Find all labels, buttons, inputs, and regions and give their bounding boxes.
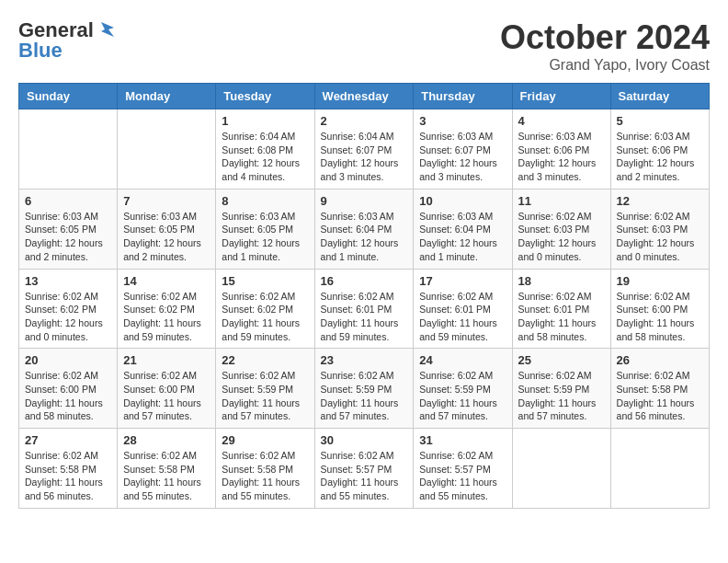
day-info: Sunrise: 6:02 AM Sunset: 6:01 PM Dayligh… <box>518 290 605 344</box>
calendar-cell: 22Sunrise: 6:02 AM Sunset: 5:59 PM Dayli… <box>216 349 314 429</box>
calendar-cell: 17Sunrise: 6:02 AM Sunset: 6:01 PM Dayli… <box>414 269 512 349</box>
day-number: 28 <box>123 433 210 447</box>
day-info: Sunrise: 6:03 AM Sunset: 6:07 PM Dayligh… <box>419 130 506 184</box>
weekday-header-tuesday: Tuesday <box>216 84 314 109</box>
day-info: Sunrise: 6:03 AM Sunset: 6:06 PM Dayligh… <box>617 130 703 184</box>
calendar-cell: 25Sunrise: 6:02 AM Sunset: 5:59 PM Dayli… <box>512 349 610 429</box>
day-number: 12 <box>617 194 703 208</box>
day-info: Sunrise: 6:04 AM Sunset: 6:08 PM Dayligh… <box>222 130 308 184</box>
calendar-cell: 18Sunrise: 6:02 AM Sunset: 6:01 PM Dayli… <box>512 269 610 349</box>
calendar-cell: 3Sunrise: 6:03 AM Sunset: 6:07 PM Daylig… <box>414 109 512 190</box>
day-number: 21 <box>123 353 210 367</box>
day-number: 18 <box>518 274 605 288</box>
day-number: 14 <box>123 274 210 288</box>
day-number: 9 <box>321 194 408 208</box>
calendar-cell: 23Sunrise: 6:02 AM Sunset: 5:59 PM Dayli… <box>314 349 414 429</box>
calendar-cell <box>610 429 709 509</box>
day-info: Sunrise: 6:02 AM Sunset: 5:58 PM Dayligh… <box>25 449 111 503</box>
calendar-cell: 4Sunrise: 6:03 AM Sunset: 6:06 PM Daylig… <box>512 109 610 190</box>
day-number: 15 <box>222 274 308 288</box>
day-number: 27 <box>25 433 111 447</box>
calendar-cell: 5Sunrise: 6:03 AM Sunset: 6:06 PM Daylig… <box>610 109 709 190</box>
day-info: Sunrise: 6:02 AM Sunset: 6:02 PM Dayligh… <box>123 290 210 344</box>
day-number: 16 <box>321 274 408 288</box>
day-number: 24 <box>419 353 506 367</box>
day-number: 1 <box>222 114 308 128</box>
calendar-week-row: 1Sunrise: 6:04 AM Sunset: 6:08 PM Daylig… <box>19 109 710 190</box>
calendar-cell: 28Sunrise: 6:02 AM Sunset: 5:58 PM Dayli… <box>118 429 216 509</box>
day-info: Sunrise: 6:02 AM Sunset: 6:00 PM Dayligh… <box>123 369 210 423</box>
calendar-cell: 8Sunrise: 6:03 AM Sunset: 6:05 PM Daylig… <box>216 189 314 269</box>
calendar-cell: 19Sunrise: 6:02 AM Sunset: 6:00 PM Dayli… <box>610 269 709 349</box>
calendar-week-row: 13Sunrise: 6:02 AM Sunset: 6:02 PM Dayli… <box>19 269 710 349</box>
month-title: October 2024 <box>500 18 710 57</box>
day-info: Sunrise: 6:02 AM Sunset: 5:59 PM Dayligh… <box>222 369 308 423</box>
logo-blue: Blue <box>18 39 63 63</box>
header: General Blue October 2024 Grand Yapo, Iv… <box>18 18 710 74</box>
day-info: Sunrise: 6:04 AM Sunset: 6:07 PM Dayligh… <box>321 130 408 184</box>
day-info: Sunrise: 6:02 AM Sunset: 6:03 PM Dayligh… <box>518 210 605 264</box>
calendar-cell: 2Sunrise: 6:04 AM Sunset: 6:07 PM Daylig… <box>314 109 414 190</box>
day-number: 3 <box>419 114 506 128</box>
day-info: Sunrise: 6:03 AM Sunset: 6:05 PM Dayligh… <box>123 210 210 264</box>
day-number: 5 <box>617 114 703 128</box>
day-info: Sunrise: 6:03 AM Sunset: 6:05 PM Dayligh… <box>25 210 111 264</box>
weekday-header-saturday: Saturday <box>610 84 709 109</box>
calendar-cell: 1Sunrise: 6:04 AM Sunset: 6:08 PM Daylig… <box>216 109 314 190</box>
day-number: 10 <box>419 194 506 208</box>
calendar-cell: 29Sunrise: 6:02 AM Sunset: 5:58 PM Dayli… <box>216 429 314 509</box>
day-info: Sunrise: 6:02 AM Sunset: 6:00 PM Dayligh… <box>617 290 703 344</box>
day-number: 25 <box>518 353 605 367</box>
weekday-header-friday: Friday <box>512 84 610 109</box>
svg-marker-0 <box>101 22 114 37</box>
day-info: Sunrise: 6:02 AM Sunset: 5:59 PM Dayligh… <box>419 369 506 423</box>
logo: General Blue <box>18 18 116 63</box>
calendar-cell: 12Sunrise: 6:02 AM Sunset: 6:03 PM Dayli… <box>610 189 709 269</box>
calendar-cell: 13Sunrise: 6:02 AM Sunset: 6:02 PM Dayli… <box>19 269 118 349</box>
day-number: 23 <box>321 353 408 367</box>
day-number: 26 <box>617 353 703 367</box>
title-section: October 2024 Grand Yapo, Ivory Coast <box>500 18 710 74</box>
calendar-cell: 27Sunrise: 6:02 AM Sunset: 5:58 PM Dayli… <box>19 429 118 509</box>
day-info: Sunrise: 6:03 AM Sunset: 6:06 PM Dayligh… <box>518 130 605 184</box>
day-number: 30 <box>321 433 408 447</box>
weekday-header-sunday: Sunday <box>19 84 118 109</box>
day-number: 6 <box>25 194 111 208</box>
calendar-cell: 30Sunrise: 6:02 AM Sunset: 5:57 PM Dayli… <box>314 429 414 509</box>
day-info: Sunrise: 6:02 AM Sunset: 5:59 PM Dayligh… <box>518 369 605 423</box>
day-info: Sunrise: 6:02 AM Sunset: 5:57 PM Dayligh… <box>419 449 506 503</box>
day-number: 11 <box>518 194 605 208</box>
calendar-cell: 16Sunrise: 6:02 AM Sunset: 6:01 PM Dayli… <box>314 269 414 349</box>
weekday-header-monday: Monday <box>118 84 216 109</box>
day-info: Sunrise: 6:03 AM Sunset: 6:05 PM Dayligh… <box>222 210 308 264</box>
calendar-cell <box>118 109 216 190</box>
day-info: Sunrise: 6:02 AM Sunset: 6:00 PM Dayligh… <box>25 369 111 423</box>
day-number: 7 <box>123 194 210 208</box>
calendar-cell: 11Sunrise: 6:02 AM Sunset: 6:03 PM Dayli… <box>512 189 610 269</box>
day-number: 29 <box>222 433 308 447</box>
day-number: 4 <box>518 114 605 128</box>
calendar-cell: 21Sunrise: 6:02 AM Sunset: 6:00 PM Dayli… <box>118 349 216 429</box>
calendar-cell: 24Sunrise: 6:02 AM Sunset: 5:59 PM Dayli… <box>414 349 512 429</box>
calendar: SundayMondayTuesdayWednesdayThursdayFrid… <box>18 83 710 509</box>
calendar-cell: 9Sunrise: 6:03 AM Sunset: 6:04 PM Daylig… <box>314 189 414 269</box>
day-info: Sunrise: 6:02 AM Sunset: 6:01 PM Dayligh… <box>321 290 408 344</box>
day-number: 31 <box>419 433 506 447</box>
calendar-cell: 6Sunrise: 6:03 AM Sunset: 6:05 PM Daylig… <box>19 189 118 269</box>
calendar-cell: 14Sunrise: 6:02 AM Sunset: 6:02 PM Dayli… <box>118 269 216 349</box>
calendar-cell: 20Sunrise: 6:02 AM Sunset: 6:00 PM Dayli… <box>19 349 118 429</box>
weekday-header-thursday: Thursday <box>414 84 512 109</box>
day-info: Sunrise: 6:02 AM Sunset: 6:01 PM Dayligh… <box>419 290 506 344</box>
day-info: Sunrise: 6:02 AM Sunset: 5:57 PM Dayligh… <box>321 449 408 503</box>
day-info: Sunrise: 6:02 AM Sunset: 5:58 PM Dayligh… <box>617 369 703 423</box>
day-number: 2 <box>321 114 408 128</box>
day-info: Sunrise: 6:02 AM Sunset: 6:03 PM Dayligh… <box>617 210 703 264</box>
location-title: Grand Yapo, Ivory Coast <box>500 57 710 74</box>
day-number: 13 <box>25 274 111 288</box>
day-number: 17 <box>419 274 506 288</box>
calendar-cell <box>19 109 118 190</box>
day-info: Sunrise: 6:02 AM Sunset: 6:02 PM Dayligh… <box>25 290 111 344</box>
weekday-header-wednesday: Wednesday <box>314 84 414 109</box>
calendar-cell: 26Sunrise: 6:02 AM Sunset: 5:58 PM Dayli… <box>610 349 709 429</box>
day-number: 22 <box>222 353 308 367</box>
